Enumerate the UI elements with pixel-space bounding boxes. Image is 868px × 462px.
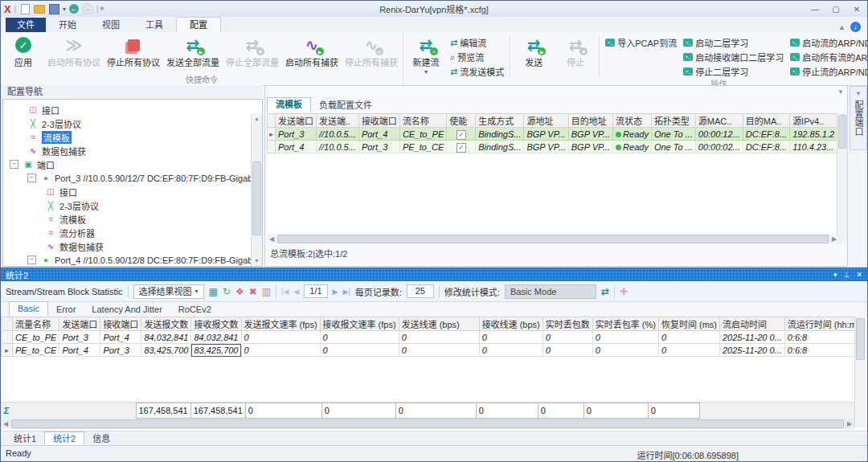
close-icon[interactable]: ✕ <box>856 271 862 279</box>
column-header[interactable]: 目的MA.. <box>743 114 789 128</box>
tab-rocev2[interactable]: RoCEv2 <box>170 303 219 317</box>
pin-icon[interactable]: ⊥ <box>844 271 850 279</box>
table-cell[interactable]: DC:EF:8... <box>743 141 789 153</box>
checkbox-icon[interactable]: ✓ <box>457 130 466 140</box>
preview-stream-button[interactable]: ⌕ 预览流 <box>447 50 507 64</box>
column-header[interactable]: 流运行时间 (hh:mm:ss) <box>784 317 854 331</box>
table-cell[interactable]: 0 <box>592 331 658 344</box>
row-marker[interactable] <box>268 141 276 153</box>
table-cell[interactable]: 2025-11-20 0... <box>719 344 784 357</box>
column-header[interactable]: 生成方式 <box>476 114 524 128</box>
dropdown-icon[interactable]: ▾ <box>833 271 837 279</box>
table-cell[interactable]: //10.0.5... <box>317 141 359 153</box>
table-cell[interactable]: 0 <box>658 344 719 357</box>
scrollbar-thumb[interactable] <box>277 235 829 243</box>
column-header[interactable]: 发送端口 <box>276 114 317 128</box>
stop-all-protocols-button[interactable]: 停止所有协议 <box>104 34 163 68</box>
table-cell[interactable]: Port_4 <box>358 128 399 141</box>
tab-stats1[interactable]: 统计1 <box>6 432 44 445</box>
column-header[interactable]: 流启动时间 <box>719 317 784 331</box>
scroll-down-icon[interactable]: ▼ <box>252 256 262 266</box>
column-header[interactable]: 流状态 <box>613 114 652 128</box>
table-cell[interactable]: //10.0.5... <box>317 128 359 141</box>
stream-vertical-scrollbar[interactable] <box>837 113 847 244</box>
table-cell[interactable]: 83,425,700 <box>141 344 191 357</box>
table-cell[interactable]: CE_to_PE <box>13 331 59 344</box>
stream-horizontal-scrollbar[interactable]: ◀ ▶ <box>267 234 839 243</box>
tab-view[interactable]: 视图 <box>89 18 133 32</box>
tab-latency-jitter[interactable]: Latency And Jitter <box>84 303 170 317</box>
column-header[interactable]: 发送线速 (bps) <box>399 317 479 331</box>
table-cell[interactable]: ✓ <box>447 141 476 153</box>
table-cell[interactable]: ✓ <box>447 128 476 141</box>
start-all-streams-arp-nd-button[interactable]: >_ 启动所有流的ARP/ND学习 <box>787 50 868 64</box>
stop-stream-arp-nd-button[interactable]: >_ 停止流的ARP/ND学习 <box>787 64 868 79</box>
table-cell[interactable]: Port_4 <box>276 141 317 153</box>
table-cell[interactable]: 0 <box>241 331 320 344</box>
table-cell[interactable]: 110.4.23... <box>790 141 837 153</box>
open-file-icon[interactable] <box>34 4 45 14</box>
refresh-icon[interactable]: ↻ <box>223 287 231 296</box>
tab-config[interactable]: 配置 <box>176 17 221 32</box>
info-icon[interactable]: i <box>850 22 861 32</box>
tree-item[interactable]: ∿数据包捕获 <box>3 144 262 157</box>
table-cell[interactable]: Port_3 <box>59 331 100 344</box>
apply-button[interactable]: ✓ 应用 <box>2 34 44 68</box>
qat-more-icon[interactable]: |▼ <box>96 5 105 13</box>
panel-collapse-icon[interactable]: ▼ <box>837 88 844 96</box>
start-rx-port-l2-learning-button[interactable]: >_ 启动接收端口二层学习 <box>680 50 787 64</box>
column-header[interactable]: 发送报文速率 (fps) <box>241 317 320 331</box>
table-cell[interactable]: 2025-11-20 0... <box>719 331 784 344</box>
stat-mode-select[interactable]: Basic Mode <box>505 284 596 299</box>
table-cell[interactable]: 0 <box>320 331 399 344</box>
table-cell[interactable]: 0:6:8 <box>784 344 854 357</box>
column-header[interactable]: 源地址 <box>524 114 568 128</box>
scrollbar-thumb[interactable] <box>252 161 261 235</box>
new-stream-dropdown-icon[interactable]: ▾ <box>424 68 428 76</box>
column-header[interactable]: 流名称 <box>399 114 446 128</box>
table-cell[interactable]: BGP VP... <box>568 128 612 141</box>
tab-stats2[interactable]: 统计2 <box>44 431 84 446</box>
table-cell[interactable]: BGP VP... <box>524 141 568 153</box>
column-header[interactable]: 流量名称 <box>13 317 59 331</box>
stream-send-mode-button[interactable]: ⇄ 流发送模式 <box>447 64 507 79</box>
last-page-icon[interactable]: ▶| <box>343 288 350 296</box>
table-cell[interactable]: BindingS... <box>476 128 524 141</box>
table-cell[interactable]: DC:EF:8... <box>743 128 789 141</box>
column-header[interactable]: 恢复时间 (ms) <box>658 317 719 331</box>
table-cell[interactable]: BGP VP... <box>568 141 612 153</box>
tab-basic[interactable]: Basic <box>9 301 48 317</box>
edit-stream-button[interactable]: ⇄ 编辑流 <box>447 35 507 50</box>
next-page-icon[interactable]: ▶ <box>333 288 338 296</box>
column-header[interactable]: 接收报文数 <box>191 317 241 331</box>
new-stream-button[interactable]: ⇄+ 新建流 ▾ <box>405 34 447 76</box>
table-cell[interactable]: 0 <box>241 344 320 357</box>
table-row[interactable]: ▸Port_3//10.0.5...Port_4CE_to_PE✓Binding… <box>268 128 840 141</box>
column-header[interactable]: 接收端口 <box>358 114 399 128</box>
stream-mode-icon[interactable]: ⇄ <box>601 287 609 296</box>
chart-icon[interactable]: ▥ <box>262 287 271 296</box>
stop-l2-learning-button[interactable]: >_ 停止二层学习 <box>680 64 787 79</box>
tree-item[interactable]: −▣端口 <box>3 157 262 171</box>
save-icon[interactable] <box>48 4 59 14</box>
import-pcap-button[interactable]: >_ 导入PCAP到流 <box>602 35 680 50</box>
column-header[interactable]: 实时丢包数 <box>542 317 592 331</box>
column-header[interactable]: 发送端口 <box>59 317 100 331</box>
table-cell[interactable]: 84,032,841 <box>191 331 241 344</box>
send-all-traffic-button[interactable]: ⇄▶ 发送全部流量 <box>163 34 223 68</box>
tree-item[interactable]: ◫接口 <box>3 185 262 198</box>
side-tab-config-ports[interactable]: ▼ 配置端口 <box>850 86 867 150</box>
column-header[interactable]: 使能 <box>447 114 476 128</box>
table-row[interactable]: ▸PE_to_CEPort_4Port_383,425,70083,425,70… <box>2 344 855 357</box>
column-header[interactable]: 实时丢包率 (%) <box>592 317 658 331</box>
column-header[interactable]: 接收线速 (bps) <box>479 317 542 331</box>
tree-item[interactable]: ≈流分析器 <box>3 226 262 239</box>
column-header[interactable] <box>2 317 13 331</box>
collapse-ribbon-icon[interactable]: ▲ <box>838 23 845 31</box>
scroll-right-icon[interactable]: ▶ <box>829 235 839 243</box>
table-cell[interactable]: Port_3 <box>358 141 399 153</box>
table-cell[interactable]: 84,032,841 <box>141 331 191 344</box>
column-header[interactable] <box>268 114 276 128</box>
table-cell[interactable]: Port_3 <box>100 344 141 357</box>
table-cell[interactable]: 0 <box>479 331 542 344</box>
